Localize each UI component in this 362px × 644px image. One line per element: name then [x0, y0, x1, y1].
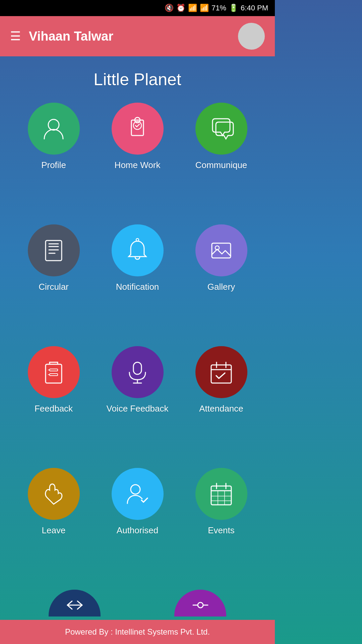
app-title: Little Planet: [0, 70, 275, 89]
circular-icon-circle: [28, 224, 80, 276]
partial-icon-1[interactable]: [13, 590, 136, 616]
svg-rect-25: [211, 486, 231, 505]
grid-item-events[interactable]: Events: [181, 468, 261, 580]
header: ☰ Vihaan Talwar: [0, 16, 275, 56]
leave-icon-circle: [28, 468, 80, 520]
homework-label: Home Work: [115, 160, 161, 170]
time: 6:40 PM: [241, 4, 268, 12]
profile-label: Profile: [41, 160, 66, 170]
image-icon: [208, 237, 235, 264]
clipboard-icon: [40, 359, 67, 386]
svg-point-34: [198, 602, 203, 608]
communique-label: Communique: [195, 160, 247, 170]
partial-icons-row: [0, 590, 275, 616]
grid-item-notification[interactable]: Notification: [97, 224, 178, 336]
leave-label: Leave: [42, 525, 66, 536]
svg-rect-17: [133, 362, 141, 374]
document-icon: [40, 237, 67, 264]
menu-icon[interactable]: ☰: [10, 30, 21, 42]
wifi-icon: 📶: [188, 4, 197, 12]
calendar-grid-icon: [208, 481, 235, 507]
battery-icon: 🔋: [229, 4, 238, 12]
notification-icon-circle: [112, 224, 164, 276]
alarm-icon: ⏰: [176, 4, 185, 12]
main-grid: Profile Home Work Communique: [0, 99, 275, 590]
partial-icon-2[interactable]: [139, 590, 261, 616]
footer: Powered By : Intellinet Systems Pvt. Ltd…: [0, 620, 275, 644]
profile-icon-circle: [28, 103, 80, 155]
signal-icon: 📶: [200, 4, 209, 12]
grid-item-homework[interactable]: Home Work: [97, 103, 178, 214]
gallery-icon-circle: [195, 224, 247, 276]
voice-feedback-icon-circle: [112, 346, 164, 398]
mute-icon: 🔇: [165, 4, 174, 12]
chat-icon: [208, 115, 235, 142]
svg-rect-14: [50, 374, 58, 376]
battery-text: 71%: [212, 4, 226, 12]
grid-item-profile[interactable]: Profile: [13, 103, 94, 214]
person-check-icon: [124, 481, 151, 507]
svg-rect-20: [211, 365, 231, 383]
voice-feedback-label: Voice Feedback: [106, 404, 168, 414]
header-title: Vihaan Talwar: [29, 29, 238, 44]
calendar-check-icon: [208, 359, 235, 386]
grid-item-leave[interactable]: Leave: [13, 468, 94, 580]
events-label: Events: [208, 525, 235, 536]
notification-label: Notification: [116, 282, 159, 292]
app-title-section: Little Planet: [0, 56, 275, 99]
grid-item-authorised[interactable]: Authorised: [97, 468, 178, 580]
circular-label: Circular: [39, 282, 69, 292]
svg-point-0: [48, 119, 59, 130]
attendance-label: Attendance: [199, 404, 243, 414]
attendance-icon-circle: [195, 346, 247, 398]
grid-item-communique[interactable]: Communique: [181, 103, 261, 214]
grid-item-feedback[interactable]: Feedback: [13, 346, 94, 458]
authorised-label: Authorised: [117, 525, 158, 536]
microphone-icon: [124, 359, 151, 386]
grid-item-circular[interactable]: Circular: [13, 224, 94, 336]
grid-item-attendance[interactable]: Attendance: [181, 346, 261, 458]
svg-point-9: [136, 238, 139, 241]
grid-item-gallery[interactable]: Gallery: [181, 224, 261, 336]
status-icons: 🔇 ⏰ 📶 📶 71% 🔋 6:40 PM: [165, 4, 268, 12]
svg-point-24: [131, 485, 140, 494]
bell-icon: [124, 237, 151, 264]
footer-text: Powered By : Intellinet Systems Pvt. Ltd…: [65, 627, 210, 637]
feedback-icon-circle: [28, 346, 80, 398]
gallery-label: Gallery: [207, 282, 235, 292]
hand-icon: [40, 481, 67, 507]
arrows-icon: [65, 595, 85, 615]
person-icon: [40, 115, 67, 142]
feedback-label: Feedback: [35, 404, 73, 414]
svg-rect-13: [50, 369, 58, 371]
communique-icon-circle: [195, 103, 247, 155]
homework-icon: [124, 115, 151, 142]
svg-rect-10: [212, 243, 231, 258]
authorised-icon-circle: [112, 468, 164, 520]
events-icon-circle: [195, 468, 247, 520]
grid-item-voice-feedback[interactable]: Voice Feedback: [97, 346, 178, 458]
homework-icon-circle: [112, 103, 164, 155]
sliders-icon: [190, 595, 210, 615]
avatar[interactable]: [238, 23, 265, 50]
status-bar: 🔇 ⏰ 📶 📶 71% 🔋 6:40 PM: [0, 0, 275, 16]
